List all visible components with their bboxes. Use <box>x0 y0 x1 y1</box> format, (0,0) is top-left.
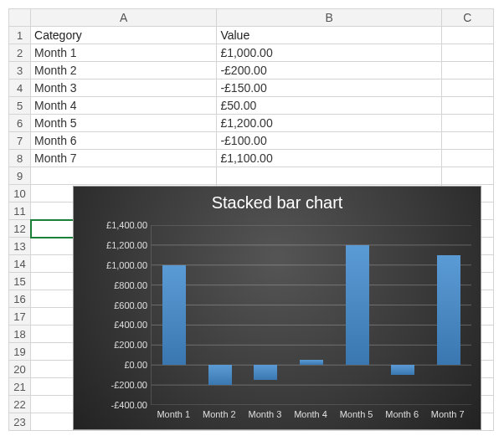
table-row: 8Month 7£1,100.00 <box>9 150 494 167</box>
cell[interactable]: Month 3 <box>31 79 217 97</box>
row-header[interactable]: 7 <box>9 132 31 150</box>
table-row: 4Month 3-£150.00 <box>9 79 494 97</box>
table-row: 5Month 4£50.00 <box>9 97 494 115</box>
column-header-row: A B C <box>9 9 494 27</box>
cell[interactable] <box>441 115 493 132</box>
cell[interactable]: £1,200.00 <box>217 115 441 132</box>
cell[interactable]: £1,000.00 <box>217 44 441 62</box>
y-axis-tick-label: -£400.00 <box>89 400 147 410</box>
table-row: 3Month 2-£200.00 <box>9 62 494 79</box>
cell[interactable]: Month 5 <box>31 115 217 132</box>
cell[interactable] <box>441 150 493 167</box>
cell[interactable] <box>441 44 493 62</box>
y-axis-tick-label: £200.00 <box>89 340 147 350</box>
cell[interactable]: Month 2 <box>31 62 217 79</box>
x-axis-tick-label: Month 5 <box>334 409 379 419</box>
row-header[interactable]: 1 <box>9 27 31 44</box>
x-axis-tick-label: Month 1 <box>151 409 196 419</box>
cell[interactable]: -£150.00 <box>217 79 441 97</box>
y-axis-tick-label: £1,200.00 <box>89 240 147 250</box>
table-row: 7Month 6-£100.00 <box>9 132 494 150</box>
y-axis-tick-label: £0.00 <box>89 360 147 370</box>
row-header[interactable]: 4 <box>9 79 31 97</box>
column-header-b[interactable]: B <box>217 9 441 27</box>
row-header[interactable]: 10 <box>9 185 31 202</box>
cell[interactable] <box>217 167 441 185</box>
cell[interactable]: -£200.00 <box>217 62 441 79</box>
row-header[interactable]: 14 <box>9 255 31 273</box>
cell[interactable] <box>441 167 493 185</box>
table-row: 6Month 5£1,200.00 <box>9 115 494 132</box>
cell[interactable] <box>441 79 493 97</box>
row-header[interactable]: 2 <box>9 44 31 62</box>
chart-bar <box>300 360 323 365</box>
cell[interactable]: Month 4 <box>31 97 217 115</box>
cell[interactable]: Month 6 <box>31 132 217 150</box>
cell[interactable] <box>441 27 493 44</box>
row-header[interactable]: 13 <box>9 238 31 255</box>
cell[interactable] <box>441 62 493 79</box>
x-axis-tick-label: Month 6 <box>379 409 424 419</box>
cell[interactable]: Month 1 <box>31 44 217 62</box>
chart-bar <box>391 365 414 375</box>
column-header-a[interactable]: A <box>31 9 217 27</box>
row-header[interactable]: 21 <box>9 378 31 396</box>
row-header[interactable]: 17 <box>9 308 31 326</box>
row-header[interactable]: 20 <box>9 361 31 378</box>
row-header[interactable]: 5 <box>9 97 31 115</box>
x-axis-tick-label: Month 4 <box>288 409 333 419</box>
column-header-c[interactable]: C <box>441 9 493 27</box>
y-axis-tick-label: £400.00 <box>89 320 147 330</box>
row-header[interactable]: 18 <box>9 326 31 343</box>
row-header[interactable]: 15 <box>9 273 31 290</box>
chart-plot-area <box>151 225 471 405</box>
chart-bar <box>208 365 232 385</box>
chart-bar <box>437 255 460 365</box>
row-header[interactable]: 12 <box>9 220 31 238</box>
cell[interactable] <box>441 132 493 150</box>
y-axis-tick-label: £600.00 <box>89 300 147 310</box>
table-row: 9 <box>9 167 494 185</box>
row-header[interactable]: 16 <box>9 290 31 308</box>
x-axis-tick-label: Month 2 <box>197 409 242 419</box>
x-axis-tick-label: Month 7 <box>425 409 471 419</box>
y-axis-tick-label: £800.00 <box>89 280 147 290</box>
row-header[interactable]: 6 <box>9 115 31 132</box>
y-axis-tick-label: £1,000.00 <box>89 260 147 270</box>
table-row: 2Month 1£1,000.00 <box>9 44 494 62</box>
chart-bar <box>346 245 369 365</box>
y-axis-tick-label: -£200.00 <box>89 380 147 390</box>
chart-bar <box>254 365 277 380</box>
cell[interactable] <box>441 97 493 115</box>
row-header[interactable]: 11 <box>9 202 31 220</box>
cell[interactable]: £1,100.00 <box>217 150 441 167</box>
cell[interactable]: Value <box>217 27 441 44</box>
row-header[interactable]: 19 <box>9 343 31 361</box>
cell[interactable]: Category <box>31 27 217 44</box>
row-header[interactable]: 23 <box>9 413 31 431</box>
chart-title: Stacked bar chart <box>74 187 481 213</box>
cell[interactable]: -£100.00 <box>217 132 441 150</box>
row-header[interactable]: 3 <box>9 62 31 79</box>
y-axis-tick-label: £1,400.00 <box>89 220 147 230</box>
select-all-corner[interactable] <box>9 9 31 27</box>
row-header[interactable]: 22 <box>9 396 31 413</box>
row-header[interactable]: 9 <box>9 167 31 185</box>
embedded-chart[interactable]: Stacked bar chart £1,400.00£1,200.00£1,0… <box>73 186 481 430</box>
row-header[interactable]: 8 <box>9 150 31 167</box>
cell[interactable]: £50.00 <box>217 97 441 115</box>
cell[interactable] <box>31 167 217 185</box>
chart-bar <box>162 265 186 365</box>
cell[interactable]: Month 7 <box>31 150 217 167</box>
x-axis-tick-label: Month 3 <box>242 409 287 419</box>
table-row: 1CategoryValue <box>9 27 494 44</box>
